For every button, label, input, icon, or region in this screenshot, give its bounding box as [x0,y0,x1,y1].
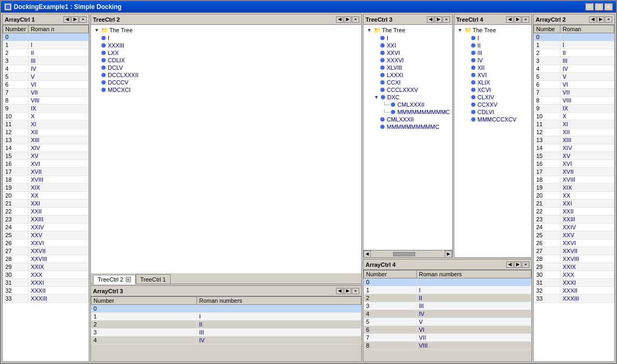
table-row[interactable]: 6VI [534,81,614,89]
hscroll-left-btn[interactable]: ◀ [363,250,371,258]
table-row[interactable]: 24XXIV [3,223,89,231]
table-row[interactable]: 14XIV [534,144,614,152]
tab-tree-ctrl-1[interactable]: TreeCtrl 1 [136,274,171,284]
list-item[interactable]: XXXVI [373,57,451,64]
table-row[interactable]: 30XXX [534,271,614,279]
table-row[interactable]: 31XXXI [3,279,89,287]
tab-tree-ctrl-2-close[interactable]: × [126,277,131,282]
table-row[interactable]: 17XVII [534,168,614,176]
table-row[interactable]: 22XXII [3,208,89,216]
list-item[interactable]: LXX [100,49,360,57]
table-row[interactable]: 3III [364,302,531,310]
table-row[interactable]: 5V [364,318,531,326]
array-ctrl-3-content[interactable]: Number Roman numbers 01I2II3III4IV [91,296,361,361]
list-item[interactable]: XII [464,64,530,71]
table-row[interactable]: 18XVIII [3,176,89,184]
table-row[interactable]: 16XVI [3,160,89,168]
list-item[interactable]: I [464,34,530,42]
list-item[interactable]: II [464,42,530,49]
tree-ctrl-2-btn1[interactable]: ◀ [336,16,343,23]
table-row[interactable]: 23XXIII [3,216,89,223]
table-row[interactable]: 5V [3,73,89,81]
list-item[interactable]: LXXXI [373,71,451,79]
table-row[interactable]: 27XXVII [3,247,89,255]
table-row[interactable]: 10X [534,113,614,120]
tree-ctrl-2-root-expander[interactable]: ▼ [93,26,100,34]
list-item[interactable]: └─ MMMMMMMMMMC [373,108,451,116]
tree-ctrl-3-btn1[interactable]: ◀ [427,16,434,23]
list-item[interactable]: DCCCV [100,79,360,86]
array-ctrl-1-content[interactable]: Number Roman n 01I2II3III4IV5V6VI7VII8VI… [3,25,89,361]
hscroll-right-btn[interactable]: ▶ [445,250,452,258]
hscroll-track[interactable] [371,252,444,256]
tree-ctrl-4-btn3[interactable]: × [522,16,529,23]
list-item[interactable]: MMMCCCXCV [464,116,530,123]
array-ctrl-1-btn3[interactable]: × [79,16,87,23]
table-row[interactable]: 27XXVII [534,247,614,255]
tree-ctrl-4-root[interactable]: ▼ 📁 The Tree [455,26,530,34]
list-item[interactable]: XLIX [464,79,530,86]
table-row[interactable]: 1I [364,286,531,294]
table-row[interactable]: 18XVIII [534,176,614,184]
list-item[interactable]: MMMMMMMMMMC [373,123,451,130]
list-item[interactable]: CLXIV [464,94,530,101]
table-row[interactable]: 19XIX [534,184,614,192]
table-row[interactable]: 15XV [3,152,89,160]
list-item[interactable]: I [373,34,451,42]
list-item[interactable]: DCLV [100,64,360,71]
table-row[interactable]: 19XIX [3,184,89,192]
tree-ctrl-4-root-expander[interactable]: ▼ [456,26,464,34]
table-row[interactable]: 26XXVI [3,239,89,247]
hscroll-thumb[interactable] [393,252,415,256]
table-row[interactable]: 6VI [364,326,531,334]
table-row[interactable]: 8VIII [534,97,614,105]
table-row[interactable]: 0 [3,33,89,41]
table-row[interactable]: 29XXIX [534,263,614,271]
table-row[interactable]: 17XVII [3,168,89,176]
array-ctrl-4-btn1[interactable]: ◀ [506,262,513,268]
table-row[interactable]: 12XII [3,128,89,136]
array-ctrl-4-btn2[interactable]: ▶ [514,262,521,268]
table-row[interactable]: 8VIII [3,97,89,105]
table-row[interactable]: 9IX [534,105,614,113]
array-ctrl-3-btn3[interactable]: × [352,288,359,294]
table-row[interactable]: 15XV [534,152,614,160]
list-item[interactable]: MDCXCI [100,86,360,94]
list-item[interactable]: XLVIII [373,64,451,71]
list-item[interactable]: III [464,49,530,57]
table-row[interactable]: 2II [364,294,531,302]
list-item[interactable]: XVI [464,71,530,79]
table-row[interactable]: 21XXI [3,200,89,208]
table-row[interactable]: 3III [534,57,614,65]
close-button[interactable]: × [604,3,613,11]
table-row[interactable]: 33XXXIII [534,295,614,303]
tree-ctrl-3-btn3[interactable]: × [443,16,450,23]
table-row[interactable]: 25XXV [3,231,89,239]
table-row[interactable]: 0 [534,33,614,41]
list-item[interactable]: CCXI [373,79,451,86]
table-row[interactable]: 4IV [91,337,361,344]
list-item[interactable]: XXVI [373,49,451,57]
table-row[interactable]: 4IV [3,65,89,73]
table-row[interactable]: 8VIII [364,342,531,350]
list-item[interactable]: DCCLXXXII [100,71,360,79]
table-row[interactable]: 31XXXI [534,279,614,287]
table-row[interactable]: 25XXV [534,231,614,239]
tree-ctrl-2-btn3[interactable]: × [352,16,359,23]
table-row[interactable]: 21XXI [534,200,614,208]
tree-ctrl-3-btn2[interactable]: ▶ [435,16,442,23]
tree-ctrl-2-root[interactable]: ▼ 📁 The Tree [92,26,360,34]
table-row[interactable]: 29XXIX [3,263,89,271]
table-row[interactable]: 12XII [534,128,614,136]
tree-ctrl-4-btn1[interactable]: ◀ [506,16,513,23]
table-row[interactable]: 1I [3,41,89,49]
tree-ctrl-4-btn2[interactable]: ▶ [514,16,521,23]
table-row[interactable]: 26XXVI [534,239,614,247]
list-item[interactable]: CCCLXXXV [373,86,451,94]
tree-ctrl-4-content[interactable]: ▼ 📁 The Tree I II III IV [454,25,531,257]
expander-icon[interactable]: ▼ [374,95,380,100]
list-item[interactable]: CDLIX [100,57,360,64]
table-row[interactable]: 2II [534,49,614,57]
table-row[interactable]: 24XXIV [534,223,614,231]
table-row[interactable]: 7VII [364,334,531,342]
